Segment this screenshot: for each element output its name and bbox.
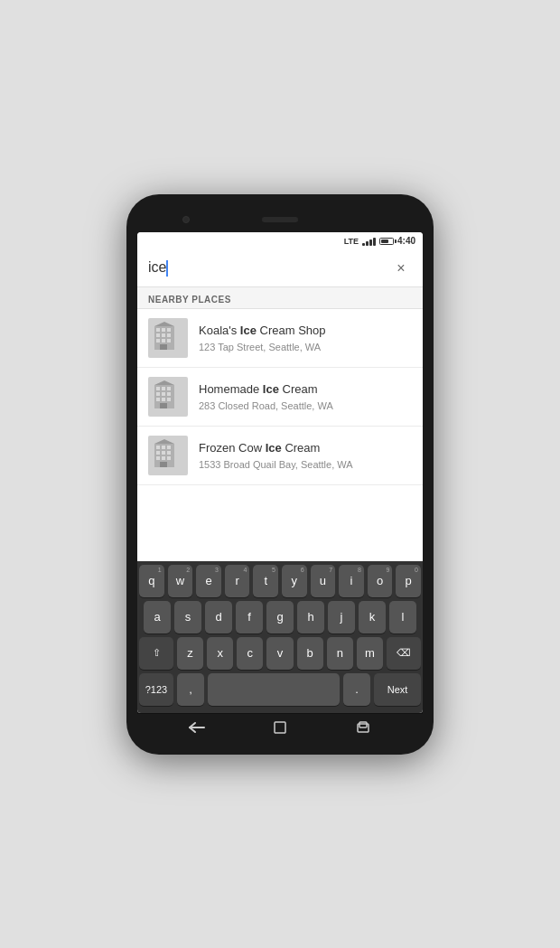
- key-f[interactable]: f: [236, 601, 263, 634]
- key-i[interactable]: i8: [339, 565, 364, 597]
- svg-rect-20: [162, 398, 165, 401]
- search-bar[interactable]: ice ×: [137, 250, 423, 287]
- svg-rect-16: [156, 392, 160, 396]
- keyboard: q1 w2 e3 r4 t5 y6 u7 i8 o9 p0 a s d f g …: [137, 561, 423, 713]
- key-q[interactable]: q1: [139, 565, 164, 597]
- key-u[interactable]: u7: [311, 565, 336, 597]
- svg-rect-10: [160, 344, 167, 350]
- place-name-after-3: Cream: [282, 441, 321, 455]
- battery-fill: [381, 239, 388, 243]
- svg-rect-14: [162, 387, 165, 390]
- key-t[interactable]: t5: [253, 565, 278, 597]
- signal-bar-3: [369, 239, 372, 246]
- place-info-1: Koala's Ice Cream Shop 123 Tap Street, S…: [199, 323, 412, 352]
- key-w[interactable]: w2: [168, 565, 193, 597]
- svg-rect-1: [156, 328, 160, 332]
- place-icon-2: [148, 377, 188, 417]
- svg-rect-39: [359, 722, 367, 727]
- home-icon: [272, 719, 288, 736]
- key-l[interactable]: l: [389, 601, 416, 634]
- svg-rect-9: [167, 339, 171, 343]
- home-button[interactable]: [267, 715, 293, 740]
- text-cursor: [166, 260, 168, 277]
- shift-key[interactable]: ⇧: [139, 637, 173, 670]
- key-c[interactable]: c: [237, 637, 263, 670]
- clock: 4:40: [397, 236, 415, 246]
- place-name-after-1: Cream Shop: [257, 324, 326, 337]
- back-button[interactable]: [184, 715, 210, 740]
- svg-marker-35: [154, 439, 174, 444]
- key-k[interactable]: k: [359, 601, 386, 634]
- nearby-places-header: NEARBY PLACES: [137, 287, 423, 309]
- building-icon-2: [151, 380, 185, 414]
- keyboard-row-2: a s d f g h j k l: [139, 601, 421, 634]
- key-d[interactable]: d: [205, 601, 232, 634]
- key-x[interactable]: x: [207, 637, 233, 670]
- phone-screen: LTE 4:40 ice × NEARBY PLACES: [137, 232, 423, 713]
- key-z[interactable]: z: [177, 637, 203, 670]
- key-a[interactable]: a: [144, 601, 171, 634]
- svg-rect-26: [162, 446, 165, 449]
- search-input[interactable]: ice: [148, 259, 383, 277]
- svg-rect-33: [167, 456, 171, 460]
- place-name-after-2: Cream: [279, 382, 318, 396]
- place-name-3: Frozen Cow Ice Cream: [199, 440, 412, 456]
- svg-marker-23: [154, 380, 174, 385]
- svg-rect-22: [160, 403, 167, 408]
- place-name-before-2: Homemade: [199, 382, 263, 396]
- space-key[interactable]: [208, 673, 340, 706]
- place-name-before-3: Frozen Cow: [199, 441, 266, 455]
- key-comma[interactable]: ,: [177, 673, 204, 706]
- phone-top-bar: [137, 207, 423, 232]
- key-period[interactable]: .: [343, 673, 370, 706]
- key-r[interactable]: r4: [225, 565, 250, 597]
- place-address-1: 123 Tap Street, Seattle, WA: [199, 342, 412, 352]
- key-o[interactable]: o9: [368, 565, 393, 597]
- key-b[interactable]: b: [297, 637, 323, 670]
- svg-marker-11: [154, 322, 174, 326]
- svg-rect-17: [162, 392, 165, 396]
- place-address-2: 283 Closed Road, Seattle, WA: [199, 400, 412, 411]
- next-key[interactable]: Next: [374, 673, 421, 706]
- key-j[interactable]: j: [328, 601, 355, 634]
- svg-rect-18: [167, 392, 171, 396]
- key-g[interactable]: g: [266, 601, 294, 634]
- place-name-highlight-3: Ice: [266, 441, 282, 455]
- svg-rect-37: [275, 722, 285, 733]
- key-e[interactable]: e3: [196, 565, 221, 597]
- key-s[interactable]: s: [174, 601, 201, 634]
- svg-rect-30: [167, 451, 171, 455]
- place-item-3[interactable]: Frozen Cow Ice Cream 1533 Broad Quail Ba…: [137, 427, 423, 485]
- svg-rect-4: [156, 333, 160, 337]
- backspace-key[interactable]: ⌫: [387, 637, 421, 670]
- svg-rect-25: [156, 446, 160, 449]
- search-query-text: ice: [148, 259, 166, 275]
- place-icon-1: [148, 318, 188, 358]
- svg-rect-32: [162, 456, 165, 460]
- recents-icon: [355, 719, 371, 736]
- place-item-2[interactable]: Homemade Ice Cream 283 Closed Road, Seat…: [137, 368, 423, 427]
- svg-rect-29: [162, 451, 165, 455]
- signal-indicator: [362, 237, 376, 246]
- numbers-key[interactable]: ?123: [139, 673, 173, 706]
- svg-rect-2: [162, 328, 165, 332]
- svg-rect-6: [167, 333, 171, 337]
- clear-search-button[interactable]: ×: [390, 258, 412, 279]
- key-p[interactable]: p0: [396, 565, 421, 597]
- back-icon: [188, 721, 206, 734]
- key-v[interactable]: v: [266, 637, 293, 670]
- place-item-1[interactable]: Koala's Ice Cream Shop 123 Tap Street, S…: [137, 309, 423, 368]
- key-m[interactable]: m: [357, 637, 383, 670]
- svg-rect-31: [156, 456, 160, 460]
- svg-rect-5: [162, 333, 165, 337]
- recents-button[interactable]: [350, 715, 376, 740]
- place-address-3: 1533 Broad Quail Bay, Seattle, WA: [199, 459, 412, 470]
- key-y[interactable]: y6: [282, 565, 307, 597]
- key-n[interactable]: n: [327, 637, 353, 670]
- svg-rect-7: [156, 339, 160, 343]
- key-h[interactable]: h: [297, 601, 324, 634]
- place-name-highlight-2: Ice: [263, 382, 279, 396]
- svg-rect-34: [160, 462, 167, 467]
- status-bar: LTE 4:40: [137, 232, 423, 250]
- place-info-3: Frozen Cow Ice Cream 1533 Broad Quail Ba…: [199, 440, 412, 469]
